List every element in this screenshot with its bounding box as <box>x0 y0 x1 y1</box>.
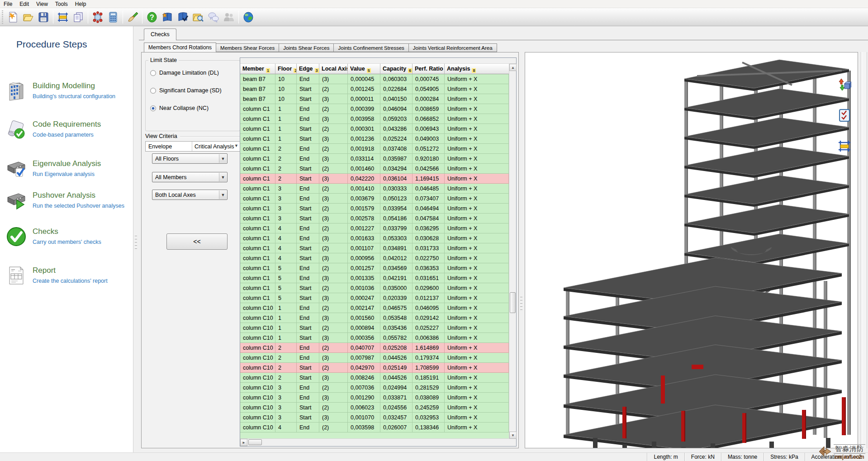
subtab-members-chord-rotations[interactable]: Members Chord Rotations <box>144 43 216 52</box>
sidebar-item-checks[interactable]: Checks Carry out members' checks <box>5 226 130 248</box>
new-document-icon[interactable] <box>6 10 19 24</box>
frame-sections-icon[interactable] <box>56 10 70 24</box>
menu-item-tools[interactable]: Tools <box>52 0 71 8</box>
calculator-icon[interactable] <box>106 10 120 24</box>
comments-icon[interactable] <box>207 10 220 24</box>
sidebar-item-code-requirements[interactable]: Code Requirements Code-based parameters <box>5 119 130 141</box>
table-row[interactable]: column C13Start(2)0,0015790,0339540,0464… <box>240 204 509 214</box>
table-row[interactable]: column C102End(3)0,0079870,0445260,17937… <box>240 353 509 363</box>
table-row[interactable]: column C14End(2)0,0012270,0337990,036295… <box>240 223 509 233</box>
menu-item-view[interactable]: View <box>33 0 52 8</box>
table-row[interactable]: column C104End(2)0,0035980,0260070,13834… <box>240 423 509 432</box>
radio-option-significant-damage-sd-[interactable]: Significant Damage (SD) <box>150 87 222 94</box>
analysis-mode-dropdown[interactable]: Critical Analysis ▼ <box>192 142 240 151</box>
scroll-right-icon[interactable]: ► <box>240 439 247 446</box>
table-row[interactable]: column C14End(3)0,0016330,0533030,030628… <box>240 233 509 243</box>
table-row[interactable]: column C11Start(2)0,0003010,0432860,0069… <box>240 124 509 134</box>
table-row[interactable]: column C101End(3)0,0015600,0535480,02914… <box>240 313 509 323</box>
table-row[interactable]: column C103End(2)0,0070360,0249940,28152… <box>240 383 509 393</box>
splitter-grip[interactable] <box>520 296 522 312</box>
help-icon[interactable]: ? <box>145 10 159 24</box>
horizontal-scroll-thumb[interactable] <box>248 439 262 445</box>
frame-sections-icon[interactable] <box>838 139 851 153</box>
sidebar-item-pushover-analysis[interactable]: Pushover Analysis Run the selected Pusho… <box>5 190 130 212</box>
toolbar-grip[interactable] <box>2 10 3 24</box>
orientation-axes-icon[interactable] <box>838 78 851 91</box>
view-splitter[interactable] <box>519 52 525 448</box>
column-header-floor[interactable]: Floor2 <box>275 64 297 74</box>
column-header-analysis[interactable]: Analysis8 <box>445 64 509 74</box>
table-row[interactable]: beam B710Start(2)0,0012450,0226840,05490… <box>240 84 509 94</box>
scroll-down-icon[interactable]: ▼ <box>509 432 517 439</box>
table-row[interactable]: column C15End(2)0,0012570,0345690,036353… <box>240 263 509 273</box>
table-row[interactable]: column C13Start(3)0,0025780,0541860,0475… <box>240 214 509 223</box>
search-folder-icon[interactable] <box>191 10 205 24</box>
table-row[interactable]: column C11End(3)0,0039580,0592030,066852… <box>240 114 509 124</box>
table-row[interactable]: column C12End(3)0,0331140,0359870,920180… <box>240 154 509 164</box>
table-row[interactable]: column C11End(2)0,0003990,0460940,008659… <box>240 104 509 114</box>
checklist-icon[interactable] <box>838 109 851 122</box>
axes-dropdown[interactable]: Both Local Axes ▼ <box>152 190 228 200</box>
radio-option-near-collapse-nc-[interactable]: Near Collapse (NC) <box>150 105 222 111</box>
table-row[interactable]: column C14Start(2)0,0011070,0348910,0317… <box>240 243 509 253</box>
table-row[interactable]: column C101End(2)0,0021470,0465750,04609… <box>240 303 509 313</box>
model-3d-viewport[interactable] <box>525 52 858 448</box>
table-row[interactable]: column C103Start(2)0,0060230,0245560,245… <box>240 403 509 413</box>
verification-book-icon[interactable] <box>176 10 190 24</box>
table-row[interactable]: column C102End(2)0,0407070,0252081,61486… <box>240 343 509 353</box>
table-row[interactable]: column C14Start(3)0,0009560,0420120,0227… <box>240 253 509 263</box>
table-horizontal-scrollbar[interactable]: ◄ ► <box>240 438 509 446</box>
table-row[interactable]: column C11Start(3)0,0012360,0252240,0490… <box>240 134 509 144</box>
subtab-members-shear-forces[interactable]: Members Shear Forces <box>216 43 279 52</box>
viewport-scrollbar[interactable] <box>861 52 867 448</box>
members-dropdown[interactable]: All Members ▼ <box>152 172 228 182</box>
table-row[interactable]: column C12Start(3)0,0422200,0361041,1694… <box>240 174 509 184</box>
column-header-value[interactable]: Value5 <box>348 64 380 74</box>
table-row[interactable]: column C102Start(3)0,0082460,0445260,185… <box>240 373 509 383</box>
subtab-joints-shear-forces[interactable]: Joints Shear Forces <box>279 43 334 52</box>
menu-item-help[interactable]: Help <box>71 0 90 8</box>
table-row[interactable]: beam B710End(3)0,0000450,0603030,000745U… <box>240 74 509 84</box>
tab-checks[interactable]: Checks <box>144 29 176 40</box>
menu-item-edit[interactable]: Edit <box>16 0 33 8</box>
table-row[interactable]: column C12Start(2)0,0014600,0342940,0425… <box>240 164 509 174</box>
table-row[interactable]: column C15End(3)0,0013350,0421910,031651… <box>240 273 509 283</box>
floors-dropdown[interactable]: All Floors ▼ <box>152 153 228 164</box>
table-row[interactable]: column C103End(3)0,0012900,0338710,03808… <box>240 393 509 403</box>
open-project-icon[interactable] <box>21 10 35 24</box>
column-header-edge[interactable]: Edge3 <box>297 64 319 74</box>
column-header-member[interactable]: Member1 <box>240 64 275 74</box>
scroll-up-icon[interactable]: ▲ <box>509 64 517 71</box>
vertical-scroll-thumb[interactable] <box>510 292 516 313</box>
paintbrush-icon[interactable] <box>126 10 139 24</box>
subtab-joints-confinement-stresses[interactable]: Joints Confinement Stresses <box>334 43 408 52</box>
table-row[interactable]: column C13End(3)0,0036790,0501230,073407… <box>240 194 509 204</box>
table-row[interactable]: column C12End(2)0,0019180,0374080,051272… <box>240 144 509 154</box>
radio-option-damage-limitation-dl-[interactable]: Damage Limitation (DL) <box>150 70 222 76</box>
manual-book-icon[interactable] <box>161 10 174 24</box>
table-vertical-scrollbar[interactable]: ▲ ▼ <box>509 64 516 439</box>
envelope-cell[interactable]: Envelope <box>146 142 192 151</box>
menu-item-file[interactable]: File <box>0 0 16 8</box>
collapse-panel-button[interactable]: << <box>166 233 228 250</box>
model-nodes-icon[interactable] <box>91 10 104 24</box>
table-row[interactable]: column C101Start(3)0,0003560,0557820,006… <box>240 333 509 343</box>
subtab-joints-vertical-reinforcement-area[interactable]: Joints Vertical Reinforcement Area <box>409 43 497 52</box>
table-row[interactable]: beam B710Start(3)0,0000110,0401500,00028… <box>240 94 509 104</box>
copy-documents-icon[interactable] <box>71 10 85 24</box>
save-icon[interactable] <box>37 10 50 24</box>
table-row[interactable]: column C13End(2)0,0014100,0303330,046485… <box>240 184 509 194</box>
sidebar-splitter[interactable] <box>133 26 139 452</box>
table-row[interactable]: column C103Start(3)0,0010700,0324570,032… <box>240 413 509 423</box>
sidebar-item-building-modelling[interactable]: Building Modelling Building's structural… <box>5 81 130 102</box>
column-header-capacity[interactable]: Capacity6 <box>380 64 413 74</box>
column-header-local-axis[interactable]: Local Axis4 <box>319 64 348 74</box>
table-row[interactable]: column C15Start(3)0,0002470,0203390,0121… <box>240 293 509 303</box>
table-row[interactable]: column C102Start(2)0,0429700,0251491,708… <box>240 363 509 373</box>
globe-icon[interactable] <box>242 10 255 24</box>
sidebar-item-report[interactable]: Report Create the calculations' report <box>5 265 130 287</box>
table-row[interactable]: column C101Start(2)0,0008940,0354360,025… <box>240 323 509 333</box>
sidebar-item-eigenvalue-analysis[interactable]: Eigenvalue Analysis Run Eigenvalue analy… <box>5 158 130 180</box>
table-row[interactable]: column C15Start(2)0,0010360,0350000,0296… <box>240 283 509 293</box>
column-header-perf-ratio[interactable]: Perf. Ratio7 <box>413 64 445 74</box>
